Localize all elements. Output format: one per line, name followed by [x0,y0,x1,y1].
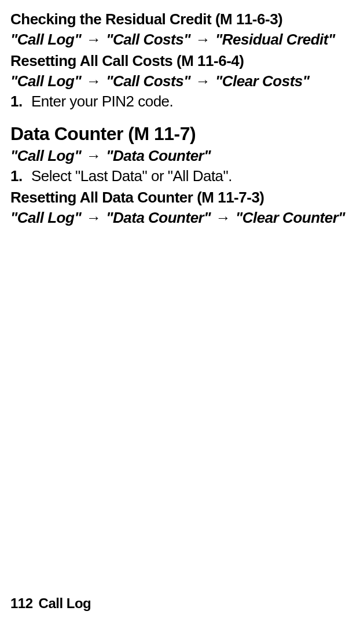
step-text: Enter your PIN2 code. [31,93,173,110]
path-part: "Call Log" [10,72,81,90]
nav-path: "Call Log" → "Call Costs" → "Clear Costs… [10,72,354,90]
main-heading: Data Counter (M 11-7) [10,123,354,145]
menu-code: (M 11-6-3) [215,10,282,28]
arrow-icon: → [190,72,215,90]
path-part: "Data Counter" [106,147,211,164]
nav-path: "Call Log" → "Data Counter" [10,147,354,165]
path-part: "Clear Costs" [215,72,310,90]
path-part: "Call Costs" [106,31,190,48]
step-number: 1. [10,93,31,111]
step-number: 1. [10,167,31,185]
sub-heading: Resetting All Call Costs (M 11-6-4) [10,52,354,70]
arrow-icon: → [81,31,106,48]
menu-code: (M 11-6-4) [177,52,244,69]
section-data-counter: Data Counter (M 11-7) "Call Log" → "Data… [10,123,354,185]
nav-path: "Call Log" → "Call Costs" → "Residual Cr… [10,31,354,49]
nav-path: "Call Log" → "Data Counter" → "Clear Cou… [10,209,354,227]
path-part: "Clear Counter" [236,209,345,226]
menu-code: (M 11-7) [128,123,196,144]
page-number: 112 [10,595,33,611]
heading-text: Checking the Residual Credit [10,10,215,28]
path-part: "Data Counter" [106,209,211,226]
section-reset-data-counter: Resetting All Data Counter (M 11-7-3) "C… [10,189,354,227]
section-residual-credit: Checking the Residual Credit (M 11-6-3) … [10,10,354,49]
heading-text: Resetting All Data Counter [10,189,197,206]
path-part: "Call Log" [10,31,81,48]
section-reset-call-costs: Resetting All Call Costs (M 11-6-4) "Cal… [10,52,354,111]
path-part: "Call Costs" [106,72,190,90]
step-item: 1.Select "Last Data" or "All Data". [10,167,354,185]
footer-title: Call Log [39,595,91,611]
arrow-icon: → [211,209,236,226]
arrow-icon: → [81,72,106,90]
arrow-icon: → [81,209,106,226]
arrow-icon: → [190,31,215,48]
sub-heading: Resetting All Data Counter (M 11-7-3) [10,189,354,207]
heading-text: Resetting All Call Costs [10,52,177,69]
step-text: Select "Last Data" or "All Data". [31,167,232,185]
page-footer: 112Call Log [10,595,91,612]
heading-text: Data Counter [10,123,128,144]
path-part: "Call Log" [10,209,81,226]
path-part: "Residual Credit" [215,31,335,48]
menu-code: (M 11-7-3) [197,189,264,206]
path-part: "Call Log" [10,147,81,164]
step-item: 1.Enter your PIN2 code. [10,93,354,111]
sub-heading: Checking the Residual Credit (M 11-6-3) [10,10,354,28]
arrow-icon: → [81,147,106,164]
